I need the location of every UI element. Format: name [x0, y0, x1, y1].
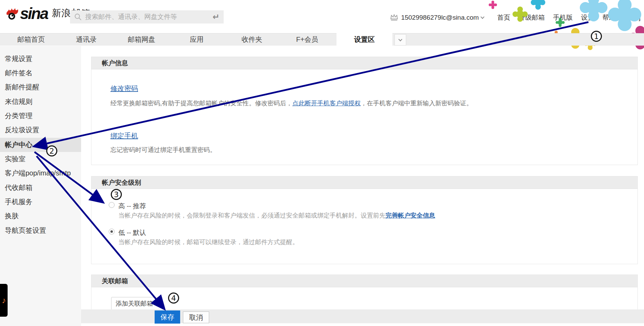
music-widget[interactable]: ♪ — [0, 284, 8, 317]
tab-mail-home[interactable]: 邮箱首页 — [17, 33, 45, 46]
radio-dot — [110, 230, 113, 233]
bind-phone-link[interactable]: 绑定手机 — [110, 131, 138, 141]
sidebar-item-new-mail-alert[interactable]: 新邮件提醒 — [0, 80, 81, 94]
header-account-nav: 15029986279lc@sina.com 首页 升级邮箱 手机版 设置 帮助… — [390, 13, 641, 22]
user-email: 15029986279lc@sina.com — [401, 14, 479, 21]
flower-decoration — [516, 10, 524, 18]
tab-net-disk[interactable]: 邮箱网盘 — [128, 33, 155, 46]
add-linked-mail-dropdown[interactable]: 添加关联邮箱 — [111, 297, 162, 310]
crown-icon — [390, 14, 399, 21]
change-password-desc: 经常更换邮箱密码,有助于提高您邮箱帐户的安全性。修改密码后，点此断开手机客户端授… — [110, 99, 472, 107]
section-account-info-title: 帐户信息 — [91, 57, 637, 69]
sidebar-item-general[interactable]: 常规设置 — [0, 52, 81, 66]
sidebar-item-nav-tabs[interactable]: 导航页签设置 — [0, 223, 81, 238]
search-placeholder: 搜索邮件、通讯录、网盘文件等 — [85, 12, 213, 21]
complete-security-info-link[interactable]: 完善帐户安全信息 — [386, 212, 435, 219]
section-security-level: 帐户安全级别 — [91, 176, 638, 264]
bind-phone-desc: 忘记密码时可通过绑定手机重置密码。 — [110, 146, 216, 154]
nav-mobile-link[interactable]: 手机版 — [553, 13, 573, 22]
search-enter-icon[interactable]: ↵ — [213, 12, 219, 22]
search-icon — [74, 13, 82, 21]
flower-decoration — [558, 20, 563, 25]
tab-f-member[interactable]: F+会员 — [296, 33, 318, 46]
annotation-step-4: 4 — [168, 293, 179, 304]
tab-dropdown-button[interactable] — [394, 34, 406, 46]
nav-help-link[interactable]: 帮助 — [602, 13, 615, 22]
sidebar-item-antispam[interactable]: 反垃圾设置 — [0, 123, 81, 137]
sidebar-item-account-center[interactable]: 帐户中心 — [0, 138, 81, 152]
security-low-desc: 当帐户存在风险的时候，邮箱可以继续登录，通过邮件方式提醒。 — [118, 238, 299, 246]
annotation-step-1: 1 — [591, 31, 602, 42]
chevron-down-icon — [156, 301, 158, 304]
sidebar-item-skin[interactable]: 换肤 — [0, 209, 81, 223]
security-high-desc-pre: 当帐户存在风险的时候，会限制登录和客户端发信，必须通过安全邮箱或绑定手机解封。设… — [118, 212, 386, 219]
sidebar-item-mail-rules[interactable]: 来信规则 — [0, 95, 81, 109]
chevron-down-icon — [398, 37, 402, 41]
radio-security-low-label[interactable]: 低 -- 默认 — [118, 228, 146, 237]
section-linked-mail-title: 关联邮箱 — [91, 275, 637, 287]
account-menu[interactable]: 15029986279lc@sina.com — [390, 14, 484, 21]
sidebar-item-collect-mail[interactable]: 代收邮箱 — [0, 181, 81, 195]
add-linked-mail-label: 添加关联邮箱 — [116, 299, 153, 308]
footer-white-strip — [81, 323, 644, 326]
change-password-desc-post: ，在手机客户端中重新输入新密码验证。 — [361, 100, 472, 107]
annotation-step-3: 3 — [111, 189, 122, 200]
save-button[interactable]: 保存 — [155, 310, 180, 324]
tab-inbox[interactable]: 收件夹 — [242, 33, 262, 46]
sidebar-item-mobile-service[interactable]: 手机服务 — [0, 195, 81, 209]
chevron-down-icon[interactable] — [481, 15, 485, 19]
change-password-link[interactable]: 修改密码 — [110, 84, 138, 93]
sina-flame-eye-icon — [5, 6, 20, 21]
change-password-desc-pre: 经常更换邮箱密码,有助于提高您邮箱帐户的安全性。修改密码后， — [110, 100, 292, 107]
sidebar-item-signature[interactable]: 邮件签名 — [0, 66, 81, 80]
tab-settings-selected[interactable]: 设置区 — [336, 33, 392, 46]
sidebar-item-pop-imap-smtp[interactable]: 客户端pop/imap/smtp — [0, 166, 81, 180]
logo-brand-text: sina — [20, 7, 48, 21]
annotation-step-2: 2 — [46, 145, 57, 156]
radio-security-low-checked[interactable] — [109, 229, 115, 234]
flower-decoration — [534, 0, 542, 6]
sina-mail-settings-page: sina 新浪邮箱 搜索邮件、通讯录、网盘文件等 ↵ 15029986279lc… — [0, 0, 644, 326]
radio-security-high[interactable] — [109, 202, 115, 208]
flower-decoration — [587, 1, 601, 15]
nav-settings-link[interactable]: 设置 — [581, 13, 594, 22]
section-security-level-title: 帐户安全级别 — [91, 176, 637, 189]
sidebar-item-lab[interactable]: 实验室 — [0, 152, 81, 166]
search-input[interactable]: 搜索邮件、通讯录、网盘文件等 ↵ — [70, 10, 224, 23]
tab-contacts[interactable]: 通讯录 — [76, 33, 97, 46]
sidebar-item-categories[interactable]: 分类管理 — [0, 109, 81, 123]
revoke-mobile-auth-link[interactable]: 点此断开手机客户端授权 — [292, 100, 361, 107]
radio-security-high-label[interactable]: 高 -- 推荐 — [118, 202, 146, 211]
flower-decoration — [491, 3, 495, 7]
cancel-button[interactable]: 取消 — [183, 311, 209, 323]
tab-apps[interactable]: 应用 — [190, 33, 204, 46]
flower-decoration — [616, 6, 633, 23]
music-note-icon: ♪ — [2, 296, 6, 305]
security-high-desc: 当帐户存在风险的时候，会限制登录和客户端发信，必须通过安全邮箱或绑定手机解封。设… — [118, 211, 435, 220]
nav-home-link[interactable]: 首页 — [497, 13, 510, 22]
